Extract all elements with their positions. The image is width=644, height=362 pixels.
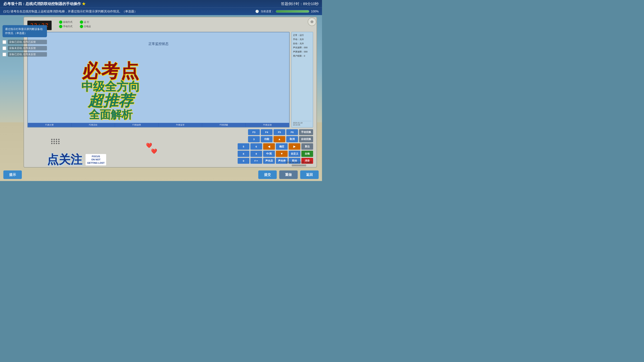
option-checkbox-3[interactable] (2, 53, 6, 56)
manual-mode-led (59, 25, 62, 28)
auto-mode-label: 自动方式 (63, 21, 72, 24)
btn-hash[interactable]: #＝ (250, 158, 262, 164)
button-row-3: 5 6 ◀ 确定 ▶ 复位 (27, 143, 313, 150)
btn-f6[interactable]: F6 (286, 129, 298, 135)
redo-button[interactable]: 重做 (279, 170, 298, 179)
btn-auto-switch[interactable]: 自动切换 (299, 136, 313, 142)
lcd-func-f1[interactable]: F1查火警 (28, 123, 72, 127)
button-row-1: F3 F4 F5 F6 手动切换 (27, 129, 313, 135)
status-line-2: 手动：允许 (293, 38, 312, 41)
btn-f3[interactable]: F3 (248, 129, 260, 135)
exam-title: 必考项十四：总线式消防联动控制器的手动操作 ★ (3, 1, 86, 6)
status-line-5: 声屏放障：000 (293, 50, 312, 54)
heart-icon-2: ❤️ (151, 148, 157, 154)
button-grid: F3 F4 F5 F6 手动切换 3 功能 ▲ 取消 自动切换 5 6 ◀ 确定… (27, 129, 313, 164)
btn-8[interactable]: 8 (238, 151, 250, 157)
btn-right[interactable]: ▶ (289, 143, 300, 150)
btn-3[interactable]: 3 (248, 136, 260, 142)
btn-f5[interactable]: F5 (274, 129, 285, 135)
btn-sound-start[interactable]: 声光启 (263, 158, 275, 164)
manual-mode-indicator: 手动方式 (59, 25, 72, 28)
lcd-func-f4[interactable]: F4查监管 (158, 123, 202, 127)
question-description-box: 通过指示灯和显示屏判断设备动作情况.（单选题） (2, 25, 47, 37)
power-indicator: 主电运 (80, 25, 91, 28)
timestamp-text: 2024.01.19 22:22 七粉团 (286, 161, 312, 164)
option-label-1: 设备已启动, 信号已反馈 (8, 40, 47, 44)
status-line-1: 正常：运行 (293, 33, 312, 37)
btn-f4[interactable]: F4 (261, 129, 272, 135)
option-item-2[interactable]: 设备未启动, 信号未反馈 (2, 46, 47, 50)
middle-section: 正常监控状态 F1查火警 F2查启动 F3查故障 F4查监管 F5查屏蔽 F6查… (27, 32, 313, 128)
btn-5[interactable]: 5 (238, 143, 250, 150)
btn-down[interactable]: ▼ (276, 151, 288, 157)
status-date: 2024-01-19 22:22:35 (293, 121, 312, 126)
timestamp-id: 00000000000 (286, 164, 312, 167)
bottom-bar: 提示 提交 重做 返回 (0, 168, 322, 181)
status-line-3: 自动：允许 (293, 42, 312, 45)
button-row-5: 0 #＝ 声光启 声光停 联动 消音 (27, 158, 313, 164)
heart-icon-1: ❤️ (146, 142, 152, 148)
header-top-row: 必考项十四：总线式消防联动控制器的手动操作 ★ 答题倒计时：89分10秒 (0, 0, 322, 7)
clock-icon: 🕐 (255, 9, 259, 13)
lcd-function-bar: F1查火警 F2查启动 F3查故障 F4查监管 F5查屏蔽 F6查反馈 (28, 123, 289, 127)
power-led (80, 25, 83, 28)
btn-6[interactable]: 6 (250, 143, 262, 150)
zoom-icon: ⊖ (310, 19, 314, 24)
lcd-status-text: 正常监控状态 (30, 41, 286, 46)
star-icon: ★ (82, 2, 86, 6)
btn-function[interactable]: 功能 (261, 136, 272, 142)
lcd-screen-inner: 正常监控状态 (28, 32, 289, 127)
timer-display: 答题倒计时：89分10秒 (281, 1, 319, 6)
options-list: 设备已启动, 信号已反馈 设备未启动, 信号未反馈 设备已启动, 信号未反馈 (2, 40, 47, 57)
status-line-4: 声光放障：000 (293, 46, 312, 49)
btn-custom[interactable]: 自定义 (289, 151, 300, 157)
btn-manual-switch[interactable]: 手动切换 (299, 129, 313, 135)
status-indicators: 运 行 主电运 (80, 21, 91, 28)
progress-section: 🕐 当前进度： 100% (255, 9, 319, 13)
option-label-2: 设备未启动, 信号未反馈 (8, 46, 47, 50)
lcd-func-f2[interactable]: F2查启动 (72, 123, 115, 127)
progress-percent: 100% (311, 10, 319, 13)
progress-bar-fill (276, 10, 309, 12)
manual-mode-label: 手动方式 (63, 25, 72, 28)
btn-reset[interactable]: 复位 (301, 143, 313, 150)
right-status-panel: 正常：运行 手动：允许 自动：允许 声光放障：000 声屏放障：000 用户权限… (291, 32, 313, 128)
btn-9[interactable]: 9 (250, 151, 262, 157)
lcd-func-f6[interactable]: F6查反馈 (246, 123, 289, 127)
question-description-text: 通过指示灯和显示屏判断设备动作情况.（单选题） (5, 27, 44, 35)
keypad-dots (51, 139, 60, 144)
header-bottom-row: (1/1) 请考生在总线控制盘上远程追降消防电梯，并通过指示灯和显示屏判断其动作… (0, 7, 322, 15)
option-item-3[interactable]: 设备已启动, 信号未反馈 (2, 52, 47, 57)
button-row-2: 3 功能 ▲ 取消 自动切换 (27, 136, 313, 142)
btn-cancel[interactable]: 取消 (286, 136, 298, 142)
option-checkbox-1[interactable] (2, 40, 6, 44)
btn-selftest[interactable]: 自检 (301, 151, 313, 157)
power-label: 主电运 (84, 25, 91, 28)
panel-inner: 22:22 自动方式 手动方式 运 行 主电运 (24, 17, 316, 167)
progress-label: 当前进度： (260, 10, 274, 13)
question-instruction: (1/1) 请考生在总线控制盘上远程追降消防电梯，并通过指示灯和显示屏判断其动作… (3, 9, 137, 13)
option-label-3: 设备已启动, 信号未反馈 (8, 52, 47, 57)
submit-button[interactable]: 提交 (258, 170, 277, 179)
auto-mode-indicator: 自动方式 (59, 21, 72, 24)
btn-0[interactable]: 0 (238, 158, 250, 164)
lcd-screen: 正常监控状态 F1查火警 F2查启动 F3查故障 F4查监管 F5查屏蔽 F6查… (27, 32, 290, 128)
return-button[interactable]: 返回 (300, 170, 319, 179)
option-item-1[interactable]: 设备已启动, 信号已反馈 (2, 40, 47, 44)
zoom-out-button[interactable]: ⊖ (308, 17, 316, 26)
btn-left[interactable]: ◀ (263, 143, 275, 150)
run-led (80, 21, 83, 24)
progress-bar (276, 10, 309, 13)
btn-lang[interactable]: 中/英 (263, 151, 275, 157)
btn-up[interactable]: ▲ (274, 136, 285, 142)
btn-confirm[interactable]: 确定 (276, 143, 288, 150)
mode-indicators: 自动方式 手动方式 (59, 21, 72, 28)
option-checkbox-2[interactable] (2, 46, 6, 50)
lcd-func-f5[interactable]: F5查屏蔽 (202, 123, 246, 127)
hint-button[interactable]: 提示 (3, 170, 22, 179)
lcd-func-f3[interactable]: F3查故障 (115, 123, 159, 127)
left-panel: 通过指示灯和显示屏判断设备动作情况.（单选题） 设备已启动, 信号已反馈 设备未… (2, 25, 47, 57)
run-indicator: 运 行 (80, 21, 91, 24)
right-bottom-buttons: 提交 重做 返回 (258, 170, 319, 179)
status-line-6: 用户权限：0 (293, 54, 312, 58)
